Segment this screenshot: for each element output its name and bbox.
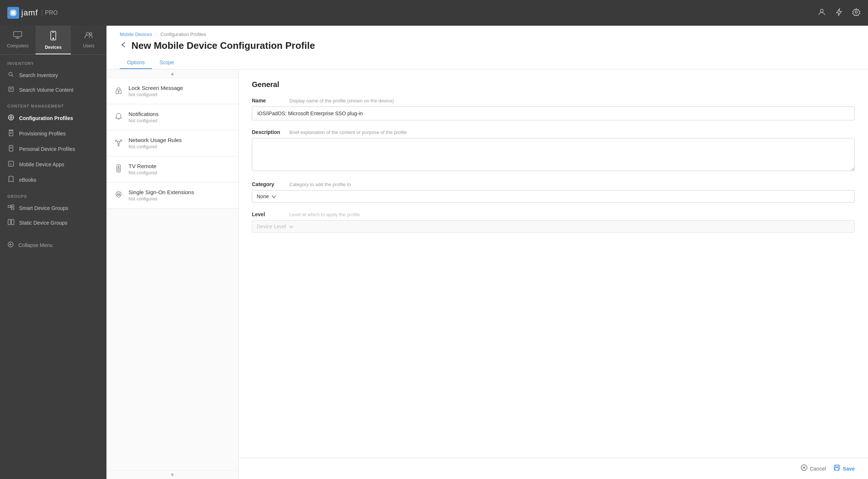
- users-tab-icon: [84, 31, 94, 41]
- jamf-logo-svg: [9, 9, 17, 17]
- profile-section-tv-remote[interactable]: TV Remote Not configured: [106, 156, 238, 182]
- scroll-down-indicator[interactable]: ▼: [106, 470, 238, 479]
- sso-text: Single Sign-On Extensions Not configured: [129, 189, 194, 202]
- sso-status: Not configured: [129, 196, 194, 202]
- search-inventory-icon: [7, 72, 15, 79]
- sidebar-item-config-profiles[interactable]: Configuration Profiles: [0, 110, 106, 126]
- breadcrumb-parent[interactable]: Mobile Devices: [120, 32, 152, 37]
- svg-point-8: [90, 33, 92, 35]
- sidebar-item-personal-device[interactable]: Personal Device Profiles: [0, 141, 106, 157]
- tab-scope[interactable]: Scope: [152, 57, 181, 69]
- svg-point-5: [53, 38, 54, 39]
- save-button[interactable]: Save: [833, 464, 855, 473]
- svg-point-1: [820, 9, 823, 12]
- top-nav: jamf PRO: [0, 0, 868, 26]
- network-usage-status: Not configured: [129, 144, 182, 149]
- personal-device-icon: [7, 145, 15, 153]
- page-header: Mobile Devices : Configuration Profiles …: [106, 26, 868, 69]
- form-panel: General Name Display name of the profile…: [239, 69, 868, 458]
- level-label-row: Level Level at which to apply the profil…: [252, 211, 855, 217]
- category-hint: Category to add the profile to: [289, 182, 351, 187]
- svg-point-9: [9, 72, 12, 76]
- form-and-actions: General Name Display name of the profile…: [239, 69, 868, 479]
- sidebar-tab-users[interactable]: Users: [71, 26, 106, 54]
- search-volume-label: Search Volume Content: [19, 87, 73, 93]
- tv-remote-status: Not configured: [129, 170, 157, 175]
- svg-rect-3: [14, 32, 22, 37]
- level-select[interactable]: Device Level: [252, 220, 855, 233]
- category-select[interactable]: None: [252, 190, 855, 203]
- name-label: Name: [252, 98, 285, 104]
- profile-section-lock-screen[interactable]: Lock Screen Message Not configured: [106, 78, 238, 104]
- notifications-name: Notifications: [129, 111, 159, 117]
- category-value: None: [257, 193, 269, 199]
- scroll-up-indicator[interactable]: ▲: [106, 69, 238, 78]
- cancel-label: Cancel: [810, 466, 826, 472]
- svg-rect-22: [8, 206, 11, 207]
- svg-rect-23: [11, 205, 14, 207]
- settings-icon[interactable]: [852, 8, 861, 18]
- sidebar-item-search-volume[interactable]: Search Volume Content: [0, 83, 106, 97]
- sidebar-item-mobile-apps[interactable]: A Mobile Device Apps: [0, 157, 106, 172]
- users-tab-label: Users: [83, 43, 94, 48]
- provisioning-icon: [7, 130, 15, 138]
- lock-screen-text: Lock Screen Message Not configured: [129, 85, 183, 97]
- ebooks-label: eBooks: [19, 177, 36, 183]
- name-label-row: Name Display name of the profile (shown …: [252, 98, 855, 104]
- computers-tab-icon: [13, 31, 22, 41]
- mobile-apps-icon: A: [7, 160, 15, 168]
- profile-section-notifications[interactable]: Notifications Not configured: [106, 104, 238, 130]
- collapse-menu-button[interactable]: Collapse Menu: [0, 237, 106, 253]
- name-field: Name Display name of the profile (shown …: [252, 98, 855, 120]
- pro-text: PRO: [42, 10, 58, 16]
- notifications-icon: [114, 112, 123, 122]
- cancel-button[interactable]: Cancel: [800, 464, 826, 473]
- tv-remote-name: TV Remote: [129, 163, 157, 169]
- form-section-title: General: [252, 80, 855, 89]
- collapse-label: Collapse Menu: [18, 242, 53, 248]
- tv-remote-icon: [114, 164, 123, 174]
- svg-rect-10: [9, 87, 13, 91]
- page-title: New Mobile Device Configuration Profile: [131, 40, 315, 51]
- save-icon: [833, 464, 840, 473]
- sidebar-item-search-inventory[interactable]: Search Inventory: [0, 68, 106, 83]
- static-groups-icon: [7, 219, 15, 226]
- sidebar-item-smart-groups[interactable]: Smart Device Groups: [0, 201, 106, 215]
- profile-section-sso[interactable]: Single Sign-On Extensions Not configured: [106, 182, 238, 208]
- mobile-apps-label: Mobile Device Apps: [19, 162, 64, 167]
- sidebar-item-provisioning[interactable]: Provisioning Profiles: [0, 126, 106, 141]
- lightning-icon[interactable]: [835, 8, 843, 18]
- groups-section-label: GROUPS: [0, 188, 106, 201]
- network-usage-text: Network Usage Rules Not configured: [129, 137, 182, 149]
- main-layout: Computers Devices: [0, 26, 868, 479]
- network-usage-icon: [114, 138, 123, 148]
- profile-list-panel: ▲ Lock Screen Message: [106, 69, 239, 479]
- breadcrumb: Mobile Devices : Configuration Profiles: [120, 32, 855, 37]
- name-input[interactable]: [252, 106, 855, 120]
- svg-text:A: A: [10, 162, 12, 166]
- user-icon[interactable]: [817, 8, 826, 18]
- sidebar-tab-computers[interactable]: Computers: [0, 26, 36, 54]
- svg-point-2: [855, 11, 857, 13]
- svg-rect-24: [11, 208, 14, 210]
- inventory-section-label: INVENTORY: [0, 55, 106, 68]
- network-usage-name: Network Usage Rules: [129, 137, 182, 143]
- content-mgmt-section-label: CONTENT MANAGEMENT: [0, 97, 106, 110]
- sso-name: Single Sign-On Extensions: [129, 189, 194, 195]
- tab-options[interactable]: Options: [120, 57, 152, 69]
- config-profiles-label: Configuration Profiles: [19, 115, 73, 121]
- profile-section-network-usage[interactable]: Network Usage Rules Not configured: [106, 130, 238, 156]
- devices-tab-icon: [50, 31, 57, 43]
- sidebar-item-static-groups[interactable]: Static Device Groups: [0, 215, 106, 230]
- sidebar-item-ebooks[interactable]: eBooks: [0, 172, 106, 188]
- sidebar-tab-devices[interactable]: Devices: [36, 26, 71, 54]
- save-label: Save: [843, 466, 855, 472]
- sso-icon: [114, 190, 123, 200]
- svg-rect-25: [8, 219, 11, 225]
- back-button[interactable]: [120, 41, 127, 50]
- jamf-logo: jamf PRO: [7, 7, 58, 19]
- description-input[interactable]: [252, 138, 855, 171]
- smart-groups-icon: [7, 204, 15, 212]
- top-nav-right: [817, 8, 861, 18]
- page-title-row: New Mobile Device Configuration Profile: [120, 40, 855, 51]
